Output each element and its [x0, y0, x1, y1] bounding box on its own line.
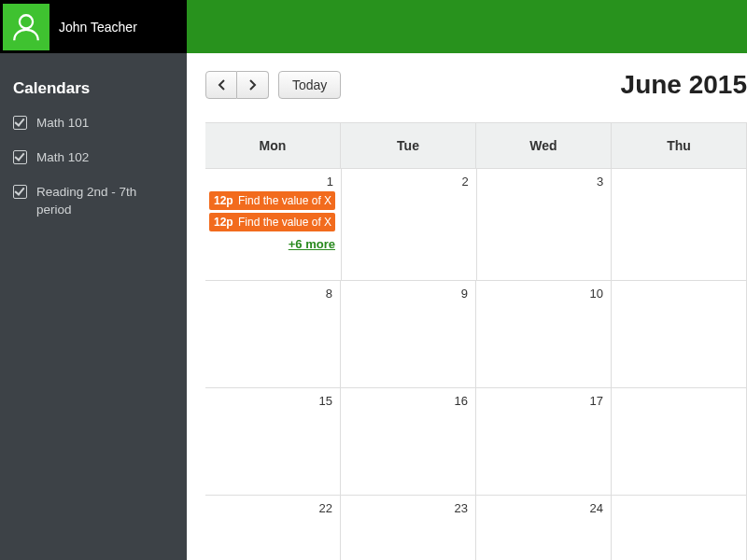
calendar-cell[interactable]: 16 [341, 388, 476, 495]
day-header: Wed [476, 123, 612, 168]
calendar-cell[interactable] [612, 281, 747, 387]
event-item[interactable]: 12p Find the value of X [209, 213, 335, 231]
calendar-cell[interactable] [612, 388, 747, 495]
chevron-right-icon [248, 79, 257, 91]
next-button[interactable] [237, 71, 269, 99]
calendar-cell[interactable]: 23 [341, 496, 476, 560]
day-header: Mon [205, 123, 341, 168]
day-number [615, 173, 740, 177]
checkbox-icon[interactable] [13, 185, 27, 199]
day-header: Thu [612, 123, 747, 168]
calendar-cell[interactable]: 9 [341, 281, 476, 387]
day-number [615, 285, 740, 289]
day-number: 22 [209, 499, 334, 518]
prev-button[interactable] [205, 71, 237, 99]
calendar-cell[interactable]: 8 [205, 281, 341, 387]
day-number: 24 [480, 499, 605, 518]
avatar [3, 4, 49, 50]
today-button[interactable]: Today [278, 71, 341, 99]
day-number [615, 392, 740, 397]
calendar-grid: Mon Tue Wed Thu 1 12p Find the value of … [205, 122, 747, 560]
calendar-cell[interactable]: 3 [477, 169, 613, 280]
day-number: 8 [209, 285, 334, 303]
day-number: 15 [209, 392, 334, 411]
day-number [615, 499, 740, 504]
calendar-item-label: Math 102 [36, 149, 89, 167]
calendar-cell[interactable]: 24 [476, 496, 612, 560]
calendar-row: 1 12p Find the value of X 12p Find the v… [205, 169, 747, 281]
day-number: 17 [480, 392, 605, 411]
calendar-item-math102[interactable]: Math 102 [13, 149, 174, 167]
calendar-row: 15 16 17 [205, 388, 747, 496]
calendar-item-label: Reading 2nd - 7th period [36, 184, 174, 219]
username: John Teacher [59, 20, 137, 35]
calendar-item-label: Math 101 [36, 115, 89, 133]
more-events-link[interactable]: +6 more [209, 237, 335, 251]
calendar-cell[interactable]: 22 [205, 496, 341, 560]
day-number: 10 [480, 285, 605, 303]
checkbox-icon[interactable] [13, 116, 27, 130]
nav-buttons [205, 71, 269, 99]
day-number: 2 [345, 173, 471, 191]
day-number: 9 [345, 285, 470, 303]
event-item[interactable]: 12p Find the value of X [209, 191, 335, 210]
user-icon [10, 11, 42, 43]
calendar-item-reading[interactable]: Reading 2nd - 7th period [13, 184, 174, 219]
day-header: Tue [341, 123, 476, 168]
calendar-row: 8 9 10 [205, 281, 747, 388]
sidebar-title: Calendars [13, 79, 174, 98]
calendar-toolbar: Today June 2015 [205, 70, 747, 100]
calendar-row: 22 23 24 [205, 496, 747, 560]
main: Today June 2015 Mon Tue Wed Thu 1 12p Fi… [187, 53, 747, 560]
calendar-header-row: Mon Tue Wed Thu [205, 123, 747, 169]
chevron-left-icon [218, 79, 226, 91]
calendar-item-math101[interactable]: Math 101 [13, 115, 174, 133]
calendar-cell[interactable]: 2 [342, 169, 477, 280]
calendar-cell[interactable] [612, 169, 747, 280]
sidebar: Calendars Math 101 Math 102 Reading 2nd … [0, 53, 187, 560]
calendar-cell[interactable]: 10 [476, 281, 612, 387]
calendar-title: June 2015 [621, 70, 747, 100]
day-number: 1 [209, 173, 335, 191]
svg-point-0 [20, 15, 33, 28]
checkbox-icon[interactable] [13, 150, 27, 164]
calendar-cell[interactable]: 15 [205, 388, 341, 495]
app-header: John Teacher [0, 0, 747, 53]
day-number: 16 [345, 392, 470, 411]
calendar-cell[interactable]: 17 [476, 388, 612, 495]
calendar-body: 1 12p Find the value of X 12p Find the v… [205, 169, 747, 560]
calendar-cell[interactable] [612, 496, 747, 560]
day-number: 3 [481, 173, 606, 191]
header-user[interactable]: John Teacher [0, 0, 187, 53]
day-number: 23 [345, 499, 470, 518]
calendar-cell[interactable]: 1 12p Find the value of X 12p Find the v… [205, 169, 342, 280]
